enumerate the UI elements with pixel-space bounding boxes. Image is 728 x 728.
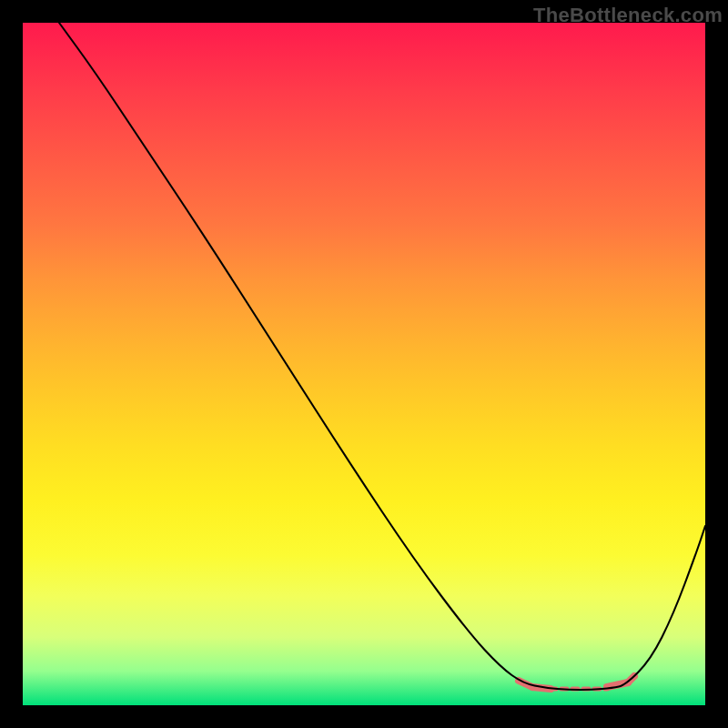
curve-svg: [23, 23, 705, 705]
chart-frame: TheBottleneck.com: [0, 0, 728, 728]
plot-area: [23, 23, 705, 705]
watermark-text: TheBottleneck.com: [533, 4, 723, 27]
bottleneck-curve: [59, 23, 705, 690]
